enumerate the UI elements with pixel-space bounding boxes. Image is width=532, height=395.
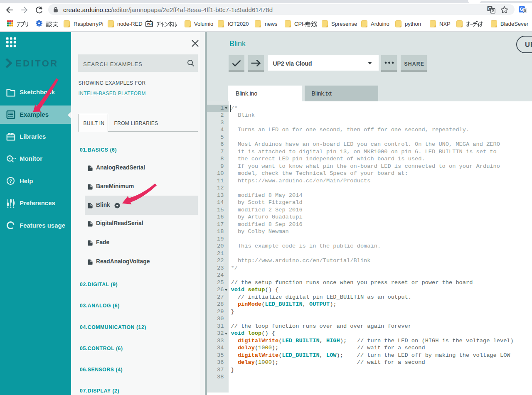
svg-text:CH: CH bbox=[147, 22, 152, 26]
svg-text:G: G bbox=[520, 7, 523, 12]
